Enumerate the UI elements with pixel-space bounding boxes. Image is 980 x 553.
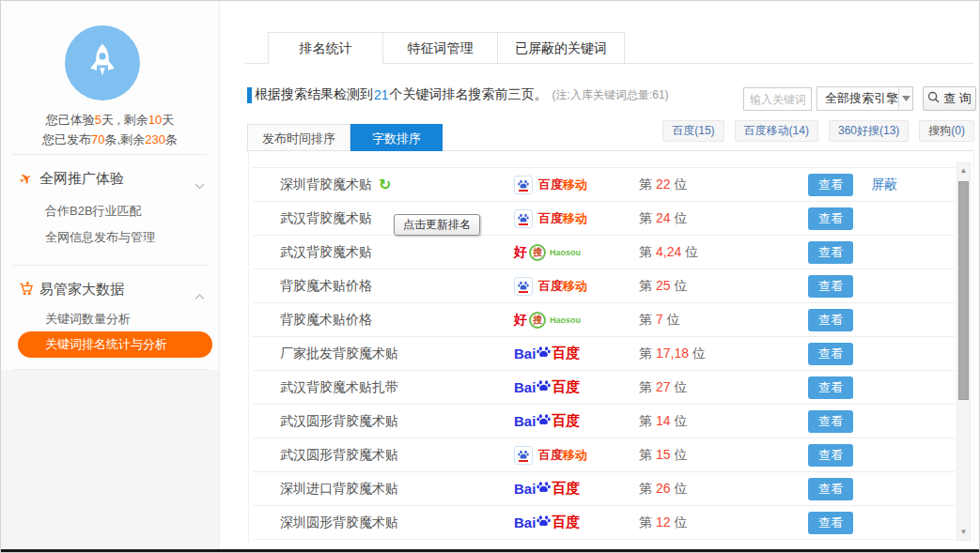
rank-cell: 第15位 (639, 447, 808, 464)
baidu-paw-icon (537, 413, 551, 426)
engine-label: Bai (514, 481, 536, 497)
baidu-mobile-red-bar (519, 460, 528, 462)
search-button-label: 查 询 (943, 90, 972, 107)
engine-label: 百度 (552, 480, 580, 498)
engine-cell: 好 搜 Haosou (514, 244, 639, 261)
rank-number: 17,18 (652, 346, 692, 361)
engine-label-en: Haosou (550, 315, 581, 325)
filter-count: (13) (879, 124, 899, 137)
filter-baidu[interactable]: 百度(15) (662, 120, 723, 142)
tab-feature-words[interactable]: 特征词管理 (382, 32, 498, 64)
rank-prefix: 第 (639, 278, 652, 293)
view-button[interactable]: 查看 (808, 478, 853, 500)
divider (12, 265, 208, 266)
dropdown-arrow-icon[interactable] (898, 87, 912, 110)
rank-cell: 第22位 (639, 177, 808, 193)
view-button[interactable]: 查看 (808, 309, 853, 331)
keyword-cell: 背胶魔术贴价格 (253, 278, 514, 295)
filter-360-haosou[interactable]: 360好搜(13) (829, 120, 909, 142)
rank-cell: 第12位 (639, 515, 808, 531)
engine-cell: Bai 百度 (514, 514, 639, 531)
view-button[interactable]: 查看 (808, 444, 853, 467)
rank-prefix: 第 (639, 413, 652, 428)
divider (12, 369, 208, 370)
tab-blocked-keywords[interactable]: 已屏蔽的关键词 (497, 32, 625, 64)
main-content: 排名统计 特征词管理 已屏蔽的关键词 根据搜索结果检测到21个关键词排名搜索前三… (221, 1, 979, 552)
nav-item-keyword-count[interactable]: 关键词数量分析 (45, 311, 131, 328)
nav-group-label: 易管家大数据 (39, 281, 124, 299)
rank-suffix: 位 (675, 177, 688, 192)
keyword-text: 背胶魔术贴价格 (280, 312, 372, 329)
engine-label: 移动 (563, 278, 587, 295)
search-icon (927, 91, 940, 106)
keyword-search-input[interactable] (743, 87, 812, 111)
nav-item-keyword-ranking-active[interactable]: 关键词排名统计与分析 (18, 331, 212, 358)
view-cell: 查看 (808, 207, 871, 230)
table-row: 背胶魔术贴价格 百度移动 第25位 (253, 269, 955, 303)
view-button[interactable]: 查看 (808, 207, 853, 230)
view-button[interactable]: 查看 (808, 275, 853, 298)
trial-stats-line1: 您已体验5天 , 剩余10天 (1, 110, 219, 130)
filter-baidu-mobile[interactable]: 百度移动(14) (735, 120, 818, 142)
table-row: 武汉圆形背胶魔术贴 Bai 百度 第14位 (253, 405, 955, 438)
baidu-mobile-red-bar (519, 190, 528, 192)
engine-label: 好 (514, 312, 527, 329)
keyword-text: 武汉背胶魔术贴 (280, 244, 372, 261)
rank-number: 27 (652, 379, 675, 394)
keyword-text: 厂家批发背胶魔术贴 (280, 346, 398, 362)
ranking-table: 深圳背胶魔术贴 ↻ 百度移动 第22位 (248, 151, 974, 543)
nav-group-promotion[interactable]: ✈ 全网推广体验 (1, 169, 219, 190)
engine-cell: 百度移动 (514, 209, 639, 228)
notice-marker (247, 87, 252, 103)
engine-select[interactable]: 全部搜索引擎 (817, 86, 913, 111)
table-row: 武汉背胶魔术贴扎带 Bai 百度 第27位 (253, 371, 955, 405)
rank-prefix: 第 (639, 481, 652, 496)
rank-number: 4,24 (652, 244, 685, 259)
engine-label: 好 (514, 244, 527, 261)
nav-item-b2b-match[interactable]: 合作B2B行业匹配 (45, 203, 142, 220)
engine-label: 百度 (538, 210, 563, 227)
tab-ranking-stats[interactable]: 排名统计 (268, 32, 383, 64)
filter-count: (15) (694, 124, 714, 137)
engine-label: Bai (514, 413, 536, 429)
filter-sogou[interactable]: 搜狗(0) (919, 120, 974, 142)
engine-baidu-mobile: 百度移动 (514, 446, 587, 465)
rank-number: 15 (652, 447, 675, 462)
rank-cell: 第26位 (639, 481, 808, 498)
scrollbar-down-arrow[interactable]: ▼ (957, 528, 970, 537)
search-button[interactable]: 查 询 (923, 86, 976, 111)
rank-number: 12 (652, 515, 675, 530)
table-row: 背胶魔术贴价格 好 搜 Haosou 第7位 查看 (253, 303, 955, 337)
scrollbar-thumb[interactable] (958, 181, 969, 400)
sort-tab-publish-time[interactable]: 发布时间排序 (247, 124, 350, 151)
scrollbar[interactable]: ▲ ▼ (957, 162, 971, 541)
block-link[interactable]: 屏蔽 (871, 177, 897, 192)
view-button[interactable]: 查看 (808, 343, 853, 365)
nav-item-info-publish[interactable]: 全网信息发布与管理 (45, 229, 155, 246)
baidu-paw-icon (537, 515, 551, 528)
nav-group-bigdata[interactable]: 易管家大数据 (1, 280, 219, 300)
view-button[interactable]: 查看 (808, 174, 853, 196)
rank-number: 14 (652, 413, 675, 428)
view-button[interactable]: 查看 (808, 512, 853, 534)
rank-suffix: 位 (675, 515, 688, 530)
scrollbar-up-arrow[interactable]: ▲ (957, 166, 970, 176)
keyword-cell: 深圳圆形背胶魔术贴 (253, 515, 514, 531)
view-cell: 查看 (808, 478, 871, 500)
baidu-mobile-icon (514, 446, 533, 465)
engine-cell: Bai 百度 (514, 378, 639, 396)
notice-count: 21 (373, 87, 390, 102)
view-button[interactable]: 查看 (808, 241, 853, 264)
rocket-icon (82, 40, 123, 85)
rank-suffix: 位 (675, 379, 688, 394)
view-cell: 查看 (808, 444, 871, 467)
refresh-icon[interactable]: ↻ (379, 177, 391, 192)
engine-baidu-pc: Bai 百度 (514, 514, 580, 531)
engine-cell: 好 搜 Haosou (514, 312, 639, 329)
view-button[interactable]: 查看 (808, 410, 853, 433)
table-row: 武汉圆形背胶魔术贴 百度移动 第15位 (253, 438, 955, 472)
plane-icon: ✈ (17, 170, 36, 188)
view-button[interactable]: 查看 (808, 376, 853, 399)
baidu-mobile-red-bar (519, 291, 528, 293)
sort-tab-word-count[interactable]: 字数排序 (350, 124, 443, 151)
